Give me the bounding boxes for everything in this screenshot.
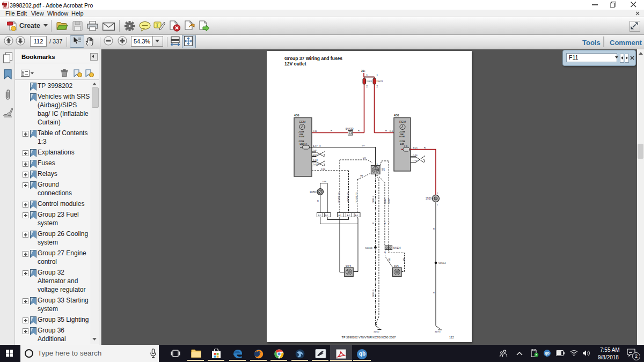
svg-text:30+: 30+ bbox=[361, 70, 365, 72]
svg-text:C:B: C:B bbox=[313, 130, 317, 132]
svg-text:C:15: C:15 bbox=[413, 159, 418, 162]
svg-text:SB: SB bbox=[388, 258, 391, 261]
svg-text:12V outlet: 12V outlet bbox=[284, 61, 306, 67]
svg-text:53/N04: 53/N04 bbox=[438, 262, 446, 264]
svg-text:VO/SB-75: VO/SB-75 bbox=[355, 192, 358, 203]
svg-text:2: 2 bbox=[367, 85, 368, 88]
svg-text:A:3: A:3 bbox=[355, 215, 358, 217]
svg-text:VO/SB-79: VO/SB-79 bbox=[338, 192, 340, 203]
svg-text:D:16: D:16 bbox=[313, 153, 318, 156]
svg-text:B: B bbox=[384, 222, 386, 225]
svg-text:X: X bbox=[319, 145, 321, 147]
svg-text:9/2:5: 9/2:5 bbox=[346, 265, 352, 268]
svg-text:VO/M: VO/M bbox=[299, 135, 305, 138]
svg-text:31/10: 31/10 bbox=[374, 330, 379, 333]
svg-text:2: 2 bbox=[437, 192, 438, 195]
svg-text:2: 2 bbox=[377, 85, 378, 88]
svg-text:11/5: 11/5 bbox=[303, 143, 308, 145]
svg-text:Group 37 Wiring and fuses: Group 37 Wiring and fuses bbox=[284, 56, 342, 61]
svg-text:B:1: B:1 bbox=[325, 215, 328, 217]
svg-text:B: B bbox=[317, 200, 319, 202]
svg-text:1: 1 bbox=[367, 74, 368, 77]
svg-text:9R: 9R bbox=[360, 174, 363, 177]
svg-text:31/73: 31/73 bbox=[435, 330, 441, 333]
svg-text:112: 112 bbox=[449, 336, 454, 339]
svg-text:D:8: D:8 bbox=[313, 149, 317, 152]
svg-text:VR/SB-79: VR/SB-79 bbox=[347, 192, 349, 202]
svg-text:53/40B: 53/40B bbox=[365, 247, 372, 249]
svg-text:D:24: D:24 bbox=[313, 159, 318, 161]
svg-text:B:21: B:21 bbox=[413, 146, 418, 149]
svg-text:B: B bbox=[372, 222, 374, 225]
svg-text:VO/M: VO/M bbox=[399, 135, 405, 138]
svg-text:CEM: CEM bbox=[299, 120, 306, 123]
svg-text:K:5: K:5 bbox=[390, 130, 393, 132]
svg-text:B:2: B:2 bbox=[318, 215, 321, 217]
svg-text:9/25: 9/25 bbox=[394, 265, 399, 268]
svg-text:C: C bbox=[389, 222, 390, 225]
svg-text:F B: F B bbox=[404, 145, 408, 147]
svg-text:A:2: A:2 bbox=[347, 215, 350, 217]
svg-text:R: R bbox=[358, 129, 360, 132]
svg-text:VO: VO bbox=[362, 144, 365, 147]
svg-text:A:57: A:57 bbox=[313, 145, 318, 147]
svg-text:C:16: C:16 bbox=[413, 154, 418, 157]
svg-text:R: R bbox=[385, 129, 387, 132]
svg-text:4/58: 4/58 bbox=[394, 114, 399, 117]
svg-text:54/134: 54/134 bbox=[393, 247, 401, 249]
svg-text:1: 1 bbox=[377, 162, 378, 165]
svg-text:R: R bbox=[424, 146, 426, 149]
svg-text:1/16: 1/16 bbox=[321, 168, 326, 171]
svg-text:1/96: 1/96 bbox=[322, 180, 327, 183]
svg-text:SB/W: SB/W bbox=[387, 199, 390, 205]
svg-text:REM: REM bbox=[399, 120, 406, 123]
svg-text:1: 1 bbox=[377, 74, 378, 77]
svg-text:DB/R-6: DB/R-6 bbox=[372, 289, 375, 297]
svg-text:B: B bbox=[433, 227, 435, 230]
svg-text:D:49: D:49 bbox=[313, 163, 318, 166]
svg-text:11E/4: 11E/4 bbox=[367, 80, 372, 83]
svg-text:1: 1 bbox=[437, 203, 438, 206]
svg-text:B: B bbox=[433, 291, 435, 294]
svg-text:54/43D: 54/43D bbox=[346, 128, 354, 130]
svg-text:10/56:1: 10/56:1 bbox=[310, 191, 318, 194]
svg-text:DB/R-2: DB/R-2 bbox=[372, 195, 375, 203]
svg-text:B: B bbox=[384, 251, 386, 254]
svg-text:L/M: L/M bbox=[400, 143, 405, 145]
svg-text:9/1: 9/1 bbox=[382, 168, 385, 171]
svg-text:R: R bbox=[331, 129, 332, 132]
svg-text:TP 3998202 V70/V70R/XC70/XC90: TP 3998202 V70/V70R/XC70/XC90 2007 bbox=[342, 336, 396, 339]
svg-text:A:1: A:1 bbox=[339, 215, 342, 217]
svg-text:VO: VO bbox=[363, 157, 367, 159]
svg-text:17/19: 17/19 bbox=[426, 197, 432, 200]
svg-text:SB/W: SB/W bbox=[384, 199, 386, 205]
svg-text:C: C bbox=[389, 251, 390, 254]
svg-text:T: T bbox=[156, 23, 159, 28]
svg-text:11E/21: 11E/21 bbox=[376, 80, 383, 83]
svg-text:4/56: 4/56 bbox=[294, 114, 299, 117]
svg-text:SB: SB bbox=[402, 258, 405, 261]
